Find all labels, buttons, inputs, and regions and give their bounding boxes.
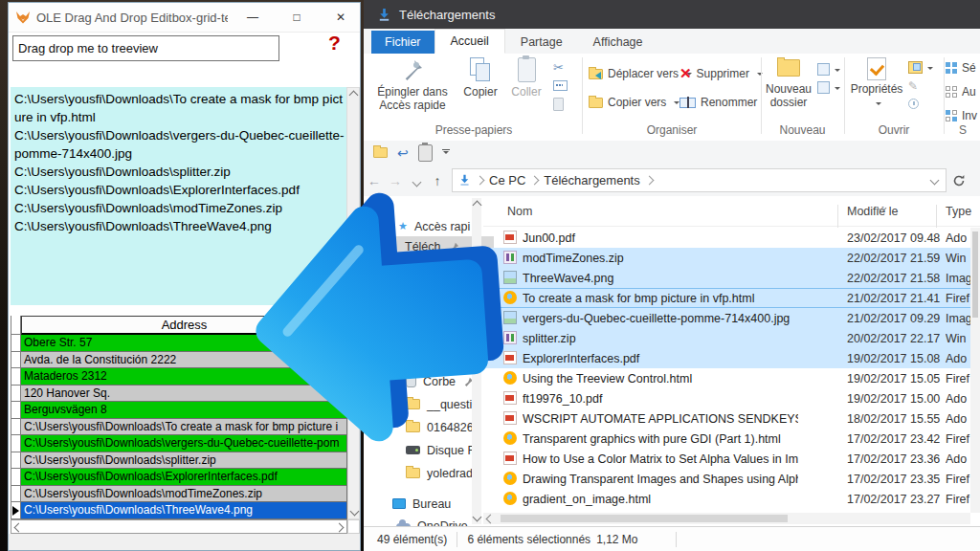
undo-icon[interactable]: ↩	[397, 146, 409, 160]
group-label-clipboard: Presse-papiers	[366, 123, 582, 137]
tab-partage[interactable]: Partage	[505, 31, 578, 54]
invert-selection-button[interactable]: Inv	[946, 109, 977, 122]
file-row[interactable]: ft19976_10.pdf19/02/2017 15.00Ado	[483, 388, 980, 408]
file-row[interactable]: vergers-du-Quebec-cueillette-pomme-714x4…	[483, 308, 980, 328]
history-button[interactable]	[908, 98, 919, 110]
group-label-new: Nouveau	[762, 123, 843, 137]
tab-affichage[interactable]: Affichage	[578, 31, 658, 54]
html-file-icon	[503, 492, 517, 505]
delete-button[interactable]: ✕ Supprimer	[679, 67, 763, 80]
scroll-down-icon[interactable]	[473, 513, 482, 522]
group-open: Propriétés ✎ Ouvrir	[845, 54, 943, 141]
help-question-mark[interactable]: ?	[328, 32, 341, 55]
delete-x-icon: ✕	[679, 67, 692, 80]
select-all-button[interactable]: Sé	[946, 61, 976, 75]
refresh-icon	[952, 174, 966, 187]
minimize-button[interactable]: —	[234, 4, 272, 32]
address-bar[interactable]: Ce PC Téléchargements	[452, 168, 947, 192]
qat-customize-button[interactable]	[442, 149, 450, 157]
cut-button[interactable]: ✂	[553, 61, 564, 74]
grid-horizontal-scrollbar[interactable]	[11, 519, 347, 534]
breadcrumb-telechargements[interactable]: Téléchargements	[544, 173, 639, 187]
rename-button[interactable]: Renommer	[679, 96, 757, 109]
edit-button[interactable]: ✎	[908, 79, 918, 92]
move-to-button[interactable]: Déplacer vers	[589, 67, 692, 80]
file-row[interactable]: Using the Treeview Control.html19/02/201…	[483, 368, 980, 388]
file-row[interactable]: ExplorerInterfaces.pdf19/02/2017 15.08Ad…	[483, 348, 980, 368]
rename-icon	[679, 98, 696, 108]
new-small-buttons	[817, 63, 840, 94]
group-label-organize: Organiser	[583, 123, 761, 137]
address-dropdown-icon[interactable]	[930, 176, 940, 186]
pin-quick-access-button[interactable]: Épingler dans Accès rapide	[369, 57, 456, 112]
selection-size: 1,12 Mo	[596, 533, 637, 546]
scroll-right-icon[interactable]	[335, 523, 345, 533]
scroll-left-icon[interactable]	[14, 523, 24, 533]
select-all-icon	[946, 62, 957, 74]
refresh-button[interactable]	[952, 174, 966, 187]
list-vertical-scrollbar[interactable]	[970, 228, 980, 513]
copy-path-button[interactable]	[553, 79, 568, 92]
scroll-up-icon[interactable]	[349, 91, 359, 100]
open-button[interactable]	[908, 61, 933, 74]
column-separator[interactable]	[837, 205, 838, 228]
close-button[interactable]: ✕	[322, 4, 360, 32]
open-small-buttons: ✎	[908, 61, 933, 110]
grid-row-selected[interactable]: C:\Users\yousfi\Downloads\ThreeWave4.png	[11, 502, 360, 519]
scroll-thumb[interactable]	[972, 231, 978, 318]
tab-fichier[interactable]: Fichier	[371, 31, 434, 54]
tab-accueil[interactable]: Accueil	[434, 29, 505, 54]
vfp-titlebar[interactable]: OLE Drag And Drop Editbox-grid-text... —…	[9, 3, 360, 33]
scroll-left-icon[interactable]	[486, 515, 496, 524]
file-row-focused[interactable]: To create a mask for bmp picture in vfp.…	[483, 288, 980, 308]
ribbon-divider	[944, 57, 945, 134]
new-item-icon	[817, 63, 830, 76]
column-header-nom[interactable]: Nom	[507, 205, 532, 218]
scroll-down-icon[interactable]	[350, 506, 360, 516]
copy-to-button[interactable]: Copier vers	[589, 96, 679, 109]
properties-button[interactable]: Propriétés	[849, 57, 904, 109]
qat-folder-icon[interactable]	[373, 147, 388, 158]
file-row[interactable]: gradient_on_image.html17/02/2017 23.27Fi…	[483, 489, 980, 509]
ribbon: Épingler dans Accès rapide Copier Coller…	[364, 54, 980, 142]
open-icon	[908, 61, 923, 74]
file-row[interactable]: How to Use a Color Matrix to Set Alpha V…	[483, 449, 980, 469]
qat-clipboard-icon[interactable]	[418, 144, 433, 162]
grid-row[interactable]: C:\Users\yousfi\Downloads\ExplorerInterf…	[11, 469, 360, 486]
file-list: Jun00.pdf23/02/2017 09.48Ado modTimeZone…	[483, 228, 980, 509]
column-header-type[interactable]: Type	[946, 205, 971, 218]
easy-access-button[interactable]	[817, 81, 840, 94]
file-row[interactable]: Drawing Transparent Images and Shapes us…	[483, 469, 980, 489]
explorer-window-title: Téléchargements	[399, 8, 495, 22]
file-row[interactable]: WSCRIPT AUTOMATE APPLICATIONS SENDKEYS.p…	[483, 408, 980, 429]
drag-source-editbox[interactable]	[12, 35, 279, 61]
folder-icon	[406, 468, 420, 478]
maximize-button[interactable]: □	[278, 4, 316, 32]
column-separator[interactable]	[936, 205, 937, 228]
file-row[interactable]: splitter.zip20/02/2017 22.17Win	[483, 328, 980, 348]
paste-shortcut-button[interactable]	[553, 98, 564, 110]
downloads-icon	[377, 8, 391, 22]
select-none-button[interactable]: Au	[946, 85, 976, 99]
pdf-file-icon	[503, 231, 517, 244]
column-header-modifie[interactable]: Modifié le	[847, 205, 899, 218]
group-clipboard: Épingler dans Accès rapide Copier Coller…	[366, 54, 582, 141]
easy-access-icon	[817, 81, 830, 94]
explorer-titlebar[interactable]: Téléchargements	[364, 0, 980, 29]
dropdown-icon	[835, 69, 840, 75]
status-bar: 49 élément(s) 6 éléments sélectionnés 1,…	[364, 526, 980, 551]
new-item-button[interactable]	[817, 63, 840, 76]
scroll-thumb[interactable]	[501, 515, 788, 522]
path-line: C:\Users\yousfi\Downloads\To create a ma…	[14, 90, 345, 126]
new-folder-button[interactable]: Nouveau dossier	[762, 57, 815, 109]
list-horizontal-scrollbar[interactable]	[483, 513, 970, 524]
quick-access-toolbar: ↩	[364, 141, 980, 165]
grid-row[interactable]: C:\Users\yousfi\Downloads\modTimeZones.z…	[11, 486, 360, 503]
path-line: C:\Users\yousfi\Downloads\splitter.zip	[14, 163, 345, 181]
file-row[interactable]: Jun00.pdf23/02/2017 09.48Ado	[483, 228, 980, 248]
file-row[interactable]: ThreeWave4.png22/02/2017 21.58Imag	[483, 268, 980, 288]
file-row[interactable]: Transparent graphics with pure GDI (Part…	[483, 429, 980, 449]
file-row[interactable]: modTimeZones.zip22/02/2017 21.59Win	[483, 248, 980, 268]
copy-button[interactable]: Copier	[457, 57, 503, 99]
paste-button[interactable]: Coller	[505, 57, 547, 99]
